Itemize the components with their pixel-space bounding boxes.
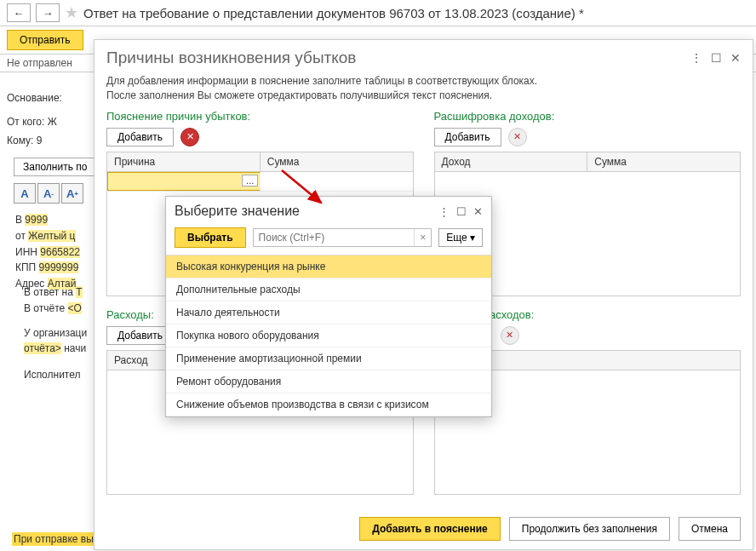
search-clear-icon[interactable]: × [414, 229, 431, 246]
list-item[interactable]: Дополнительные расходы [166, 278, 491, 301]
back-button[interactable]: ← [7, 3, 31, 22]
kpp-val: 9999999 [39, 261, 79, 273]
komu-val: 9 [37, 135, 43, 146]
list-item[interactable]: Высокая конкуренция на рынке [166, 255, 491, 278]
otkogo-val: Ж [48, 116, 57, 128]
star-icon[interactable]: ★ [65, 3, 78, 22]
dialog-desc1: Для добавления информации в пояснение за… [106, 74, 741, 89]
search-input[interactable] [254, 229, 415, 246]
font-medium-button[interactable]: A- [37, 183, 60, 204]
popup-title: Выберите значение [175, 204, 432, 219]
dialog-desc2: После заполнения Вы сможете отредактиров… [106, 89, 741, 103]
fill-button[interactable]: Заполнить по [14, 158, 96, 176]
cancel-button[interactable]: Отмена [679, 517, 741, 541]
value-list[interactable]: Высокая конкуренция на рынке Дополнитель… [166, 255, 491, 416]
col-sum: Сумма [261, 152, 413, 171]
dialog-max-icon[interactable]: ☐ [711, 51, 722, 65]
otkogo-label: От кого: [7, 116, 44, 128]
section-income: Расшифровка доходов: [434, 110, 742, 123]
font-small-button[interactable]: A [14, 183, 36, 204]
col-reason: Причина [107, 152, 261, 171]
delete-reason-button[interactable]: ✕ [180, 128, 199, 146]
section-reasons: Пояснение причин убытков: [106, 110, 414, 123]
bottom-note: При отправке вы [12, 532, 95, 546]
forward-button[interactable]: → [36, 3, 60, 22]
font-large-button[interactable]: A+ [61, 183, 83, 204]
list-item[interactable]: Покупка нового оборудования [166, 324, 491, 347]
popup-max-icon[interactable]: ☐ [456, 205, 467, 218]
send-button[interactable]: Отправить [7, 30, 83, 50]
popup-more-icon[interactable]: ⋮ [438, 205, 450, 218]
tab-not-sent[interactable]: Не отправлен [7, 57, 72, 69]
dialog-close-icon[interactable]: ✕ [730, 51, 741, 65]
delete-income-button[interactable]: ✕ [508, 128, 527, 146]
add-income-button[interactable]: Добавить [434, 128, 501, 146]
select-value-popup: Выберите значение ⋮ ☐ ✕ Выбрать × Еще ▾ … [165, 196, 492, 417]
add-reason-button[interactable]: Добавить [106, 128, 174, 146]
list-item[interactable]: Начало деятельности [166, 301, 491, 324]
year-val: 9999 [25, 214, 48, 226]
more-button[interactable]: Еще ▾ [438, 228, 483, 247]
reason-cell-edit[interactable]: ... [107, 172, 261, 191]
list-item[interactable]: Применение амортизационной премии [166, 347, 491, 370]
page-title: Ответ на требование о представлении доку… [83, 6, 584, 20]
inn-val: 9665822 [40, 246, 80, 258]
sum-cell[interactable] [261, 172, 412, 191]
delete-reduce-button[interactable]: ✕ [501, 326, 519, 345]
cell-picker-button[interactable]: ... [242, 175, 258, 187]
dialog-title: Причины возникновения убытков [106, 49, 682, 67]
dialog-more-icon[interactable]: ⋮ [690, 51, 702, 65]
list-item[interactable]: Снижение объемов производства в связи с … [166, 393, 491, 416]
list-item[interactable]: Ремонт оборудования [166, 370, 491, 393]
add-to-explanation-button[interactable]: Добавить в пояснение [359, 517, 500, 541]
osnovanie-label: Основание: [7, 92, 62, 104]
col-income: Доход [435, 152, 588, 171]
popup-close-icon[interactable]: ✕ [473, 205, 483, 218]
select-button[interactable]: Выбрать [175, 227, 246, 248]
add-expense-button[interactable]: Добавить [106, 326, 174, 345]
org-val: Желтый ц [28, 230, 75, 242]
continue-button[interactable]: Продолжить без заполнения [509, 517, 670, 541]
komu-label: Кому: [7, 135, 33, 146]
col-sum2: Сумма [587, 152, 740, 171]
